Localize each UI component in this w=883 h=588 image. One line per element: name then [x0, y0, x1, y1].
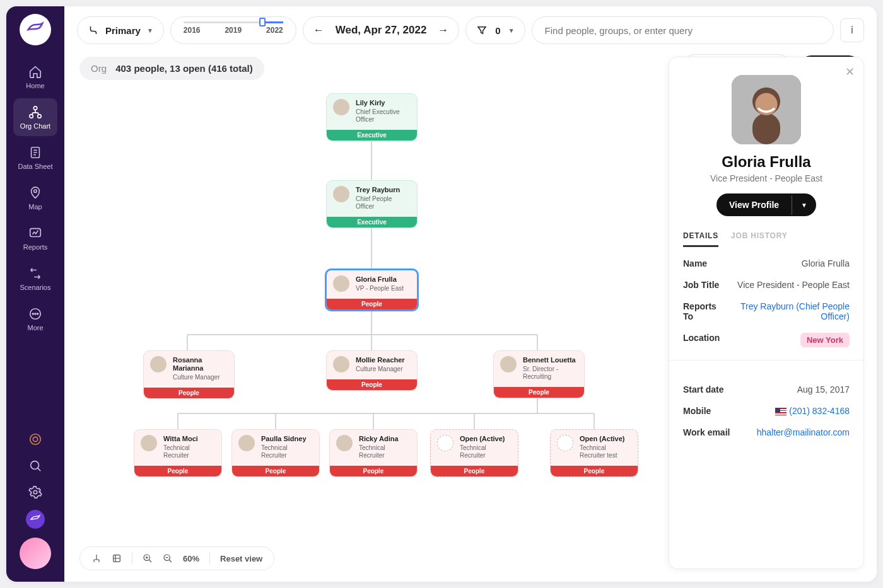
top-toolbar: Primary ▼ 2016 2019 2022 ← Wed, Apr 27, … — [64, 6, 877, 54]
nav-scenarios[interactable]: Scenarios — [13, 260, 57, 297]
nav-label: More — [27, 324, 43, 331]
timeline-year: 2019 — [225, 26, 242, 35]
zoom-in-icon[interactable] — [143, 553, 153, 563]
org-node-cpo[interactable]: Trey RayburnChief People Officer Executi… — [326, 180, 418, 228]
field-label: Work email — [683, 427, 730, 437]
reset-view-button[interactable]: Reset view — [220, 554, 262, 563]
person-title: Vice President - People East — [683, 173, 850, 183]
sidebar: Home Org Chart Data Sheet Map Reports Sc… — [6, 6, 64, 582]
user-avatar[interactable] — [20, 538, 51, 569]
node-title: Technical Recruiter — [163, 444, 215, 459]
settings-icon[interactable] — [26, 483, 44, 501]
field-label: Mobile — [683, 406, 711, 416]
current-date[interactable]: Wed, Apr 27, 2022 — [336, 24, 427, 37]
location-badge[interactable]: New York — [800, 333, 850, 347]
scenarios-icon — [28, 266, 43, 281]
tab-job-history[interactable]: JOB HISTORY — [731, 231, 787, 247]
node-name: Bennett Louetta — [523, 356, 578, 364]
org-node[interactable]: Ricky AdinaTechnical Recruiter People — [329, 429, 418, 477]
node-team: People — [327, 299, 417, 309]
home-icon — [28, 64, 43, 79]
branch-icon — [88, 25, 99, 36]
node-title: Culture Manager — [173, 374, 228, 381]
nav-label: Scenarios — [20, 284, 51, 291]
search-icon[interactable] — [26, 457, 44, 475]
avatar-icon — [141, 435, 157, 451]
svg-point-1 — [30, 115, 33, 118]
nav-org-chart[interactable]: Org Chart — [13, 98, 57, 136]
tab-details[interactable]: DETAILS — [683, 231, 718, 247]
zoom-out-icon[interactable] — [163, 553, 173, 563]
nav-data-sheet[interactable]: Data Sheet — [13, 139, 57, 176]
org-node-open[interactable]: Open (Active)Technical Recruiter People — [430, 429, 518, 477]
search-input[interactable] — [532, 16, 834, 44]
date-navigator: ← Wed, Apr 27, 2022 → — [303, 16, 460, 44]
org-node[interactable]: Mollie ReacherCulture Manager People — [326, 350, 418, 391]
nav-home[interactable]: Home — [13, 58, 57, 96]
timeline-handle[interactable] — [259, 18, 266, 26]
field-label: Job Title — [683, 280, 719, 290]
node-team: People — [431, 466, 518, 476]
org-node-ceo[interactable]: Lily KirlyChief Executive Officer Execut… — [326, 93, 418, 141]
zoom-level: 60% — [183, 554, 199, 563]
view-profile-button[interactable]: View Profile ▼ — [716, 193, 816, 216]
filter-button[interactable]: 0 ▼ — [465, 16, 525, 44]
reports-to-link[interactable]: Trey Rayburn (Chief People Officer) — [732, 301, 850, 321]
avatar-icon — [336, 435, 353, 451]
view-profile-label: View Profile — [716, 193, 792, 216]
node-name: Trey Rayburn — [356, 186, 411, 194]
org-node[interactable]: Paulla SidneyTechnical Recruiter People — [231, 429, 320, 477]
org-summary-pill[interactable]: Org 403 people, 13 open (416 total) — [79, 57, 264, 80]
org-label: Org — [91, 63, 107, 74]
chevron-down-icon[interactable]: ▼ — [792, 195, 816, 215]
svg-point-9 — [37, 313, 38, 314]
node-name: Mollie Reacher — [356, 356, 405, 364]
svg-point-8 — [35, 313, 36, 314]
org-node-open[interactable]: Open (Active)Technical Recruiter test Pe… — [550, 429, 638, 477]
fit-icon[interactable] — [112, 553, 122, 563]
app-logo[interactable] — [20, 14, 51, 45]
hierarchy-icon[interactable] — [91, 553, 102, 563]
org-node[interactable]: Witta MociTechnical Recruiter People — [134, 429, 222, 477]
date-prev-button[interactable]: ← — [313, 24, 324, 37]
org-summary-text: 403 people, 13 open (416 total) — [115, 63, 253, 74]
org-node[interactable]: Bennett LouettaSr. Director - Recruiting… — [493, 350, 585, 398]
org-chart-icon — [28, 105, 43, 120]
avatar-icon — [333, 275, 349, 292]
info-button[interactable]: i — [840, 18, 864, 42]
nav-label: Map — [28, 203, 42, 210]
org-node-vp[interactable]: Gloria FrullaVP - People East People ← 2… — [325, 268, 419, 311]
person-avatar — [732, 75, 801, 144]
sheet-icon — [28, 145, 43, 160]
node-team: People — [330, 466, 417, 476]
scenario-label: Primary — [105, 25, 141, 36]
avatar-icon — [238, 435, 255, 451]
node-title: Chief Executive Officer — [356, 108, 411, 124]
chevron-down-icon: ▼ — [147, 27, 153, 34]
close-button[interactable]: ✕ — [845, 65, 855, 79]
map-pin-icon — [28, 185, 43, 200]
node-title: Technical Recruiter — [460, 444, 512, 459]
nav-more[interactable]: More — [13, 300, 57, 338]
email-link[interactable]: hhalter@mailinator.com — [757, 427, 850, 437]
avatar-icon — [333, 99, 349, 115]
nav-reports[interactable]: Reports — [13, 219, 57, 257]
target-icon[interactable] — [26, 430, 44, 448]
node-name: Witta Moci — [163, 435, 215, 443]
svg-point-12 — [31, 461, 39, 470]
nav-map[interactable]: Map — [13, 179, 57, 217]
mobile-link[interactable]: (201) 832-4168 — [775, 406, 850, 416]
node-team: People — [134, 466, 221, 476]
brand-badge-icon[interactable] — [26, 510, 45, 529]
svg-rect-19 — [752, 113, 780, 145]
org-node[interactable]: Rosanna MariannaCulture Manager People — [143, 350, 235, 399]
field-label: Location — [683, 333, 720, 343]
timeline-year: 2022 — [266, 26, 283, 35]
avatar-icon — [150, 356, 167, 372]
timeline-slider[interactable]: 2016 2019 2022 — [170, 16, 296, 44]
date-next-button[interactable]: → — [438, 24, 448, 37]
scenario-selector[interactable]: Primary ▼ — [77, 16, 164, 44]
node-name: Gloria Frulla — [356, 275, 404, 284]
reports-icon — [28, 226, 43, 241]
node-name: Ricky Adina — [359, 435, 411, 443]
